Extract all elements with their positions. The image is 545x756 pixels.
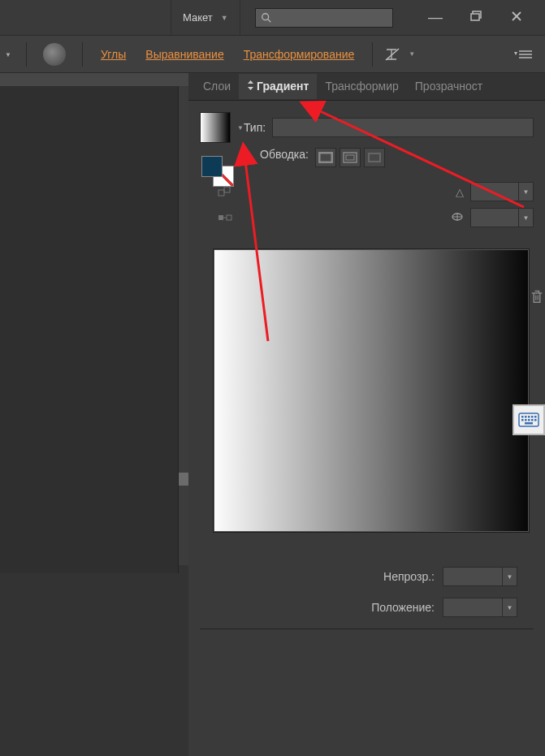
on-screen-keyboard-button[interactable] [513,404,545,435]
stop-opacity-value [443,568,502,585]
stroke-along-option[interactable] [340,148,361,167]
updown-icon [247,80,254,93]
workspace-switcher[interactable]: Макет ▼ [171,0,240,35]
transform-link[interactable]: Трансформирование [242,46,357,63]
stop-opacity-label: Непрозр.: [383,570,435,583]
stroke-across-option[interactable] [364,148,385,167]
gradient-ramp-preview[interactable] [213,248,530,533]
main-area: Слои Градиент Трансформир Прозрачност ▼ … [0,73,545,756]
align-link[interactable]: Выравнивание [144,46,225,63]
stop-opacity-input[interactable]: ▼ [443,567,517,586]
stop-position-value [443,598,502,616]
restore-button[interactable] [467,7,487,28]
chevron-down-icon[interactable]: ▼ [502,598,517,616]
chevron-down-icon[interactable]: ▼ [409,50,415,58]
stop-position-label: Положение: [371,601,435,614]
tool-dropdown[interactable]: ▼ [0,51,18,58]
aspect-ratio-combobox[interactable]: ▼ [470,208,534,227]
panel-footer [200,629,534,750]
fill-swatch[interactable] [201,156,223,177]
tab-transform[interactable]: Трансформир [317,74,406,99]
panels-column: Слои Градиент Трансформир Прозрачност ▼ … [188,73,545,756]
trash-icon[interactable] [529,289,545,305]
stroke-label: Обводка: [260,148,309,161]
svg-rect-36 [528,419,530,421]
svg-rect-31 [528,416,530,418]
svg-rect-17 [370,154,379,161]
gradient-thumbnail[interactable] [200,112,231,143]
panel-menu-button[interactable] [513,47,535,62]
disc-icon[interactable] [43,43,66,66]
divider [26,42,27,67]
stop-position-input[interactable]: ▼ [443,598,517,617]
svg-line-1 [267,19,270,22]
panel-tabs: Слои Градиент Трансформир Прозрачност [188,73,545,101]
svg-rect-14 [344,153,357,162]
svg-marker-12 [248,87,253,90]
tab-label: Прозрачност [415,80,482,93]
scrollbar-thumb[interactable] [179,473,188,486]
svg-rect-39 [525,422,533,425]
panel-header-bar[interactable] [0,73,188,86]
divider [82,42,83,67]
angle-combobox[interactable]: ▼ [470,182,534,201]
scrollbar-track[interactable] [179,86,188,565]
angle-icon: △ [456,186,464,198]
svg-rect-32 [531,416,534,418]
svg-rect-35 [525,419,527,421]
svg-rect-33 [534,416,537,418]
svg-rect-38 [534,419,537,421]
svg-rect-29 [521,416,524,418]
svg-point-0 [262,13,268,19]
svg-rect-20 [218,215,223,220]
chevron-down-icon: ▼ [221,14,228,22]
tab-opacity[interactable]: Прозрачност [407,74,491,99]
options-toolbar: ▼ Углы Выравнивание Трансформирование ▼ [0,36,545,73]
svg-marker-10 [514,52,517,55]
chevron-down-icon[interactable]: ▼ [518,209,533,227]
stop-fields: Непрозр.: ▼ Положение: ▼ [200,567,534,617]
svg-rect-37 [531,419,534,421]
svg-rect-13 [319,153,332,162]
stroke-within-option[interactable] [315,148,336,167]
svg-rect-34 [521,419,524,421]
chevron-down-icon[interactable]: ▼ [502,568,517,585]
snap-icon[interactable] [384,47,402,62]
type-combobox[interactable] [272,118,534,137]
svg-rect-3 [471,14,479,20]
corners-link[interactable]: Углы [99,46,128,63]
minimize-button[interactable]: — [425,7,446,28]
svg-rect-19 [224,187,230,192]
tab-gradient[interactable]: Градиент [239,74,317,99]
title-bar: Макет ▼ — [0,0,545,36]
workspace-label: Макет [183,11,213,24]
divider [372,42,373,67]
tab-label: Градиент [257,80,309,93]
window-controls: — [425,0,545,35]
tab-label: Слои [203,80,231,93]
search-icon [261,12,272,24]
svg-rect-15 [346,155,354,160]
tab-label: Трансформир [325,80,398,93]
close-button[interactable] [508,7,526,28]
stroke-gradient-options [315,148,385,167]
document-panel [0,73,188,756]
svg-rect-21 [227,215,231,220]
type-label: Тип: [244,121,266,134]
tab-layers[interactable]: Слои [195,74,239,99]
reverse-gradient-icon[interactable] [216,210,234,225]
aspect-ratio-icon [451,211,464,225]
gradient-panel: ▼ Тип: Обводка: [188,101,545,756]
chevron-down-icon[interactable]: ▼ [518,183,533,201]
search-input[interactable] [255,8,393,28]
document-canvas[interactable] [0,86,179,573]
svg-rect-18 [218,190,224,196]
svg-rect-30 [525,416,527,418]
chevron-down-icon[interactable]: ▼ [237,124,244,132]
svg-marker-11 [248,80,253,84]
svg-line-6 [386,49,399,60]
